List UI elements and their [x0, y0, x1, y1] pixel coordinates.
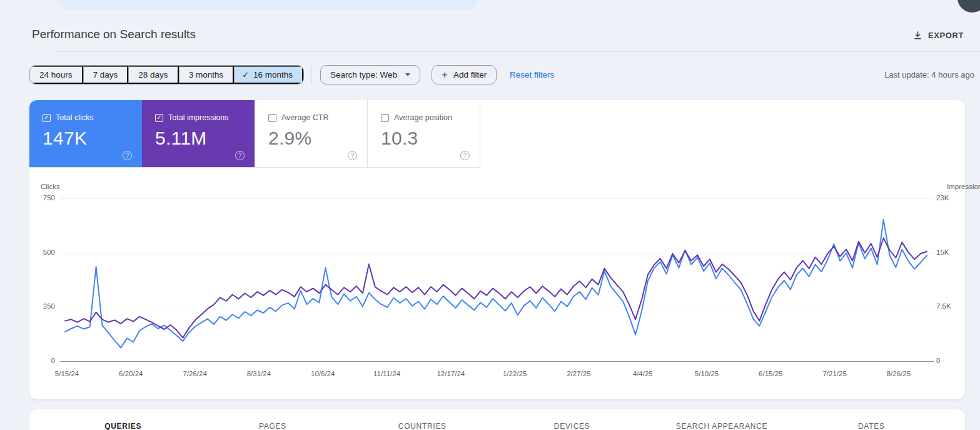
- chip-28-days[interactable]: 28 days: [128, 66, 178, 84]
- metric-card-total-clicks[interactable]: ✓ Total clicks 147K ?: [29, 100, 142, 167]
- filter-separator: [311, 66, 311, 84]
- x-axis-label: 7/21/25: [822, 370, 846, 377]
- x-axis-label: 5/10/25: [695, 370, 719, 377]
- performance-panel: ✓ Total clicks 147K ? ✓ Total impression…: [29, 100, 965, 399]
- y-axis-label: 23K: [936, 194, 949, 202]
- y-axis-label: 250: [29, 302, 55, 310]
- tab-devices[interactable]: DEVICES: [497, 409, 647, 430]
- chip-24-hours[interactable]: 24 hours: [30, 66, 83, 84]
- avatar[interactable]: [957, 0, 980, 13]
- download-icon: [913, 31, 922, 40]
- metric-value: 5.11M: [155, 128, 255, 149]
- checkbox-unchecked-icon[interactable]: [268, 114, 276, 122]
- x-axis-label: 10/6/24: [311, 370, 335, 377]
- chip-16-months[interactable]: ✓ 16 months: [234, 66, 303, 84]
- metric-label: Average CTR: [281, 113, 329, 122]
- metric-label: Average position: [394, 113, 452, 122]
- metric-value: 10.3: [381, 128, 480, 149]
- x-axis-label: 8/31/24: [247, 370, 271, 377]
- metric-label: Total clicks: [56, 113, 93, 122]
- metric-card-average-ctr[interactable]: Average CTR 2.9% ?: [255, 100, 367, 167]
- export-label: EXPORT: [928, 31, 964, 40]
- tab-countries[interactable]: COUNTRIES: [348, 409, 497, 430]
- left-axis-title: Clicks: [41, 183, 60, 190]
- chip-7-days[interactable]: 7 days: [83, 66, 129, 84]
- checkmark-icon: ✓: [242, 70, 249, 79]
- y-axis-label: 0: [936, 357, 940, 364]
- plus-icon: +: [442, 69, 448, 80]
- x-axis-label: 5/15/24: [55, 370, 79, 377]
- y-axis-label: 500: [29, 248, 55, 256]
- x-axis-label: 8/26/25: [887, 370, 911, 377]
- date-range-chip-group: 24 hours 7 days 28 days 3 months ✓ 16 mo…: [29, 65, 304, 84]
- y-axis-label: 0: [29, 357, 55, 364]
- y-axis-label: 15K: [936, 248, 949, 256]
- metric-label: Total impressions: [168, 113, 229, 122]
- export-button[interactable]: EXPORT: [913, 28, 964, 43]
- question-circle-icon[interactable]: ?: [460, 151, 470, 160]
- x-axis-label: 7/26/24: [183, 370, 206, 377]
- chip-3-months[interactable]: 3 months: [179, 66, 235, 84]
- y-axis-label: 7.5K: [936, 302, 951, 310]
- checkbox-checked-icon[interactable]: ✓: [155, 114, 163, 122]
- question-circle-icon[interactable]: ?: [123, 151, 132, 160]
- reset-filters-link[interactable]: Reset filters: [510, 65, 554, 84]
- x-axis-label: 4/4/25: [633, 370, 653, 377]
- y-axis-label: 750: [29, 194, 55, 202]
- add-filter-button[interactable]: + Add filter: [432, 65, 497, 84]
- series-impressions-line: [65, 238, 927, 337]
- header-divider: [56, 51, 980, 52]
- metric-cards-row: ✓ Total clicks 147K ? ✓ Total impression…: [29, 100, 480, 168]
- x-axis-label: 2/27/25: [567, 370, 590, 377]
- search-bar[interactable]: [59, 0, 477, 10]
- checkbox-checked-icon[interactable]: ✓: [43, 114, 51, 122]
- page-title: Performance on Search results: [32, 28, 196, 41]
- search-type-dropdown[interactable]: Search type: Web: [320, 65, 420, 84]
- series-clicks-line: [65, 220, 927, 348]
- checkbox-unchecked-icon[interactable]: [381, 114, 389, 122]
- metric-card-average-position[interactable]: Average position 10.3 ?: [367, 100, 480, 167]
- tab-dates[interactable]: DATES: [797, 409, 946, 430]
- x-axis-line: [60, 361, 934, 362]
- right-axis-title: Impressions: [916, 183, 980, 190]
- question-circle-icon[interactable]: ?: [235, 151, 245, 160]
- metric-value: 147K: [43, 128, 142, 149]
- x-axis-label: 11/11/24: [373, 370, 400, 377]
- filters-row: 24 hours 7 days 28 days 3 months ✓ 16 mo…: [0, 65, 980, 84]
- tab-queries[interactable]: QUERIES: [48, 409, 198, 430]
- x-axis-label: 6/15/25: [759, 370, 782, 377]
- metric-card-total-impressions[interactable]: ✓ Total impressions 5.11M ?: [142, 100, 255, 167]
- x-axis-label: 6/20/24: [119, 370, 143, 377]
- question-circle-icon[interactable]: ?: [348, 151, 357, 160]
- caret-down-icon: [405, 73, 410, 76]
- metric-value: 2.9%: [268, 128, 367, 149]
- time-series-chart[interactable]: [60, 194, 931, 361]
- dimension-tabs-panel: QUERIES PAGES COUNTRIES DEVICES SEARCH A…: [29, 409, 965, 430]
- tab-search-appearance[interactable]: SEARCH APPEARANCE: [647, 409, 796, 430]
- x-axis-label: 12/17/24: [437, 370, 465, 377]
- x-axis-label: 1/22/25: [503, 370, 527, 377]
- tab-pages[interactable]: PAGES: [198, 409, 347, 430]
- last-update-text: Last update: 4 hours ago: [884, 65, 974, 84]
